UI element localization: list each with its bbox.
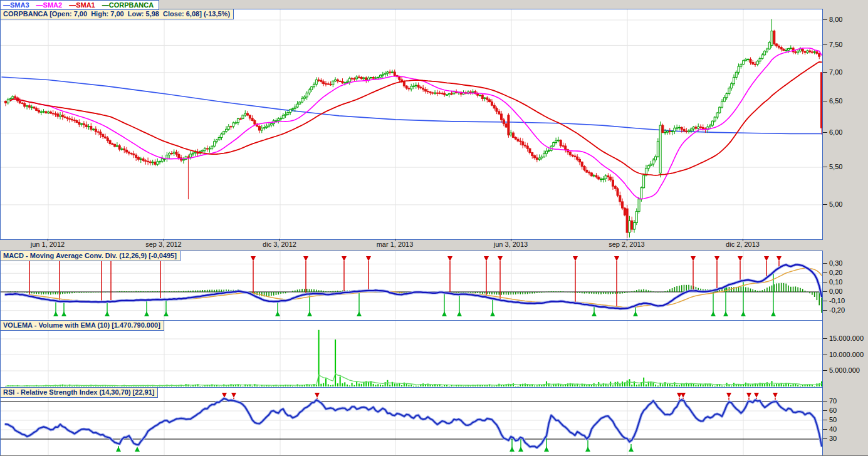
y-tick-label: 15.000.000 [829, 334, 864, 342]
macd-line [6, 265, 822, 309]
sma2-line [11, 48, 822, 199]
sell-triangle-icon [691, 256, 696, 261]
legend-item-sma2: —SMA2 [36, 1, 63, 9]
macd-line-halo [6, 265, 822, 309]
y-tick [823, 44, 827, 45]
y-tick-label: 0,00 [829, 288, 842, 295]
buy-triangle-icon [592, 311, 597, 316]
y-tick-label: 5,50 [829, 163, 842, 170]
sell-triangle-icon [738, 256, 743, 261]
sell-triangle-icon [614, 256, 619, 261]
buy-triangle-icon [357, 311, 362, 316]
buy-triangle-icon [61, 311, 66, 316]
sma3-line [2, 77, 822, 134]
sell-triangle-icon [498, 256, 503, 261]
sell-triangle-icon [315, 393, 320, 398]
y-tick [823, 355, 827, 355]
volume-ema-line [6, 373, 822, 386]
buy-triangle-icon [510, 447, 515, 452]
sell-triangle-icon [447, 256, 452, 261]
legend-item-sma1: —SMA1 [69, 1, 95, 9]
y-tick [823, 132, 827, 133]
sell-triangle-icon [746, 393, 751, 398]
date-tick-label: mar 1, 2013 [377, 241, 414, 248]
y-tick-label: 8,00 [829, 16, 842, 23]
y-tick-label: 5.000.000 [829, 366, 860, 374]
sell-triangle-icon [573, 256, 578, 261]
buy-triangle-icon [442, 311, 447, 316]
legend-item-corpbanca: —CORPBANCA [102, 1, 154, 9]
y-tick-label: -0,10 [829, 297, 845, 304]
sell-triangle-icon [764, 256, 769, 261]
volume-y-axis: 15.000.00010.000.0005.000.000 [823, 320, 868, 387]
date-tick-label: jun 3, 2013 [494, 241, 528, 248]
y-tick-label: 0,10 [829, 278, 842, 286]
legend-item-sma3: —SMA3 [3, 1, 29, 9]
y-tick-label: 7,50 [829, 41, 842, 48]
buy-triangle-icon [771, 311, 776, 316]
y-tick [823, 19, 827, 20]
y-tick-label: -0,20 [829, 306, 845, 314]
sell-triangle-icon [773, 393, 778, 398]
y-tick-label: 6,50 [829, 97, 842, 105]
y-tick [823, 401, 827, 402]
rsi-canvas[interactable] [1, 388, 822, 455]
sell-triangle-icon [681, 393, 686, 398]
sell-triangle-icon [366, 256, 371, 261]
buy-triangle-icon [275, 311, 280, 316]
buy-triangle-icon [144, 311, 149, 316]
price-y-axis: 8,007,507,006,506,005,505,00 [823, 9, 868, 239]
y-tick [823, 204, 827, 205]
volume-panel-title: VOLEMA - Volume with EMA (10) [1.470.790… [0, 320, 164, 331]
buy-triangle-icon [633, 311, 638, 316]
rsi-line-halo [6, 398, 822, 448]
sell-triangle-icon [754, 393, 759, 398]
price-chart-panel[interactable] [0, 9, 823, 240]
candles [5, 19, 823, 238]
sell-triangle-icon [251, 256, 256, 261]
y-tick-label: 50 [829, 416, 837, 423]
y-tick [823, 370, 827, 371]
buy-triangle-icon [116, 447, 121, 452]
y-tick-label: 30 [829, 435, 837, 442]
y-tick [823, 310, 827, 311]
charting-workspace: { "colors": { "window_bg": "#d6d3ce", "p… [0, 0, 868, 456]
buy-triangle-icon [585, 447, 590, 452]
y-tick [823, 72, 827, 73]
buy-triangle-icon [741, 311, 746, 316]
legend-bar: —SMA3—SMA2—SMA1—CORPBANCA [0, 0, 159, 10]
date-tick-label: jun 1, 2012 [31, 241, 65, 248]
y-tick [823, 101, 827, 101]
volume-bars [6, 330, 822, 386]
buy-triangle-icon [490, 311, 495, 316]
y-tick [823, 263, 827, 264]
y-tick [823, 291, 827, 292]
y-tick-label: 60 [829, 407, 837, 414]
sell-triangle-icon [231, 393, 236, 398]
buy-triangle-icon [105, 311, 110, 316]
price-panel-title: CORPBANCA [Open: 7,00 High: 7,00 Low: 5,… [0, 9, 234, 19]
y-tick [823, 272, 827, 273]
y-tick-label: 0,30 [829, 259, 842, 267]
buy-triangle-icon [53, 311, 58, 316]
buy-triangle-icon [629, 447, 634, 452]
sell-triangle-icon [714, 256, 719, 261]
y-tick [823, 338, 827, 339]
price-chart-canvas[interactable] [1, 9, 822, 238]
y-tick-label: 0,20 [829, 269, 842, 276]
rsi-panel-title: RSI - Relative Strength Index (14,30,70)… [0, 387, 158, 398]
y-tick-label: 6,00 [829, 128, 842, 136]
date-axis: jun 1, 2012sep 3, 2012dic 3, 2012mar 1, … [0, 239, 868, 251]
macd-canvas[interactable] [1, 251, 822, 319]
y-tick-label: 5,00 [829, 200, 842, 208]
y-tick-label: 40 [829, 425, 837, 433]
buy-triangle-icon [135, 447, 140, 452]
y-tick [823, 438, 827, 439]
y-tick [823, 420, 827, 420]
y-tick-label: 7,00 [829, 68, 842, 76]
y-tick [823, 429, 827, 430]
buy-triangle-icon [518, 447, 523, 452]
y-tick [823, 301, 827, 301]
sell-triangle-icon [484, 256, 489, 261]
date-tick-label: sep 3, 2012 [145, 241, 182, 248]
